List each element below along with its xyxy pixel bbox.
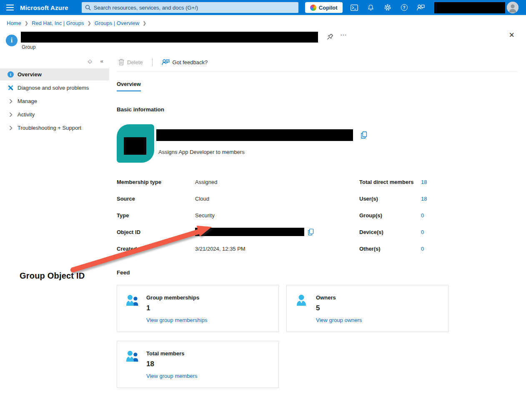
field-users: User(s) 18: [359, 190, 427, 207]
cloud-shell-icon[interactable]: [346, 0, 363, 15]
group-avatar-initials-redacted: [124, 137, 146, 155]
breadcrumb-groups-overview[interactable]: Groups | Overview: [95, 20, 139, 26]
feedback-icon[interactable]: [413, 0, 429, 15]
field-devices: Device(s) 0: [359, 224, 427, 240]
field-type: Type Security: [117, 207, 314, 224]
sidebar-resize-icon[interactable]: ◇: [88, 58, 92, 64]
notifications-bell-icon[interactable]: [363, 0, 379, 15]
breadcrumb-groups[interactable]: Red Hat, Inc | Groups: [32, 20, 84, 26]
blade-header: i Group … ×: [0, 29, 526, 55]
trash-icon: [118, 59, 124, 65]
group-memberships-card[interactable]: Group memberships 1 View group membershi…: [117, 285, 279, 332]
copilot-button[interactable]: Copilot: [305, 2, 343, 13]
breadcrumb: Home ❯ Red Hat, Inc | Groups ❯ Groups | …: [0, 15, 526, 29]
sidebar-item-diagnose[interactable]: Diagnose and solve problems: [0, 82, 109, 94]
search-icon: [85, 5, 91, 10]
azure-top-bar: Microsoft Azure Copilot ?: [0, 0, 526, 15]
object-id-redacted: [195, 228, 304, 236]
basic-information-title: Basic information: [117, 106, 518, 113]
breadcrumb-chevron-icon: ❯: [25, 20, 28, 26]
users-count-link[interactable]: 18: [421, 196, 427, 202]
command-bar-rule: [117, 71, 518, 72]
chevron-right-icon: [8, 126, 14, 131]
close-icon[interactable]: ×: [509, 30, 514, 40]
field-total-direct-members: Total direct members 18: [359, 174, 427, 190]
blade-subtitle: Group: [22, 44, 35, 50]
view-group-memberships-link[interactable]: View group memberships: [146, 317, 207, 323]
global-search-box[interactable]: [82, 2, 298, 13]
group-info-icon: i: [6, 35, 18, 46]
others-count-link[interactable]: 0: [421, 246, 424, 252]
search-input[interactable]: [94, 5, 295, 11]
people-two-icon: [125, 293, 139, 324]
group-description: Assigns App Developer to members: [158, 149, 367, 155]
total-members-card[interactable]: Total members 18 View group members: [117, 341, 279, 388]
toolbar-divider: [152, 58, 153, 66]
delete-button[interactable]: Delete: [117, 59, 145, 65]
total-direct-members-link[interactable]: 18: [421, 179, 427, 185]
command-bar: Delete Got feedback?: [117, 55, 518, 69]
field-object-id: Object ID: [117, 224, 314, 240]
breadcrumb-chevron-icon: ❯: [87, 20, 91, 26]
overview-content: Delete Got feedback? Overview Basic info…: [109, 55, 526, 388]
breadcrumb-chevron-icon: ❯: [143, 20, 146, 26]
tab-overview[interactable]: Overview: [117, 81, 141, 91]
groups-count-link[interactable]: 0: [421, 212, 424, 219]
sidebar-collapse-icon[interactable]: «: [100, 58, 103, 64]
copilot-logo-icon: [310, 5, 316, 11]
hamburger-menu-icon[interactable]: [0, 0, 20, 15]
field-membership-type: Membership type Assigned: [117, 174, 314, 190]
pin-icon[interactable]: [327, 33, 333, 42]
feed-cards: Group memberships 1 View group membershi…: [117, 285, 518, 388]
group-name-redacted: [21, 32, 318, 43]
feed-title: Feed: [117, 269, 518, 276]
more-options-icon[interactable]: …: [340, 30, 347, 37]
copy-icon[interactable]: [308, 229, 314, 236]
chevron-right-icon: [8, 99, 14, 104]
people-two-icon: [125, 349, 139, 380]
card-count: 5: [316, 304, 362, 312]
account-name-redacted[interactable]: [434, 2, 505, 13]
help-icon[interactable]: ?: [396, 0, 413, 15]
person-single-icon: [295, 293, 308, 324]
card-count: 1: [146, 304, 207, 312]
view-group-owners-link[interactable]: View group owners: [316, 317, 362, 323]
account-avatar[interactable]: [507, 2, 518, 13]
owners-card[interactable]: Owners 5 View group owners: [286, 285, 448, 332]
card-count: 18: [146, 360, 198, 368]
sidebar-item-troubleshooting[interactable]: Troubleshooting + Support: [0, 122, 109, 134]
group-display-name-redacted: [156, 129, 353, 141]
info-circle-icon: i: [8, 71, 14, 78]
blade-sidebar: ◇ « i Overview Diagnose and solve proble…: [0, 55, 109, 135]
breadcrumb-home[interactable]: Home: [7, 20, 21, 26]
field-others: Other(s) 0: [359, 240, 427, 257]
sidebar-item-activity[interactable]: Activity: [0, 108, 109, 121]
sidebar-item-manage[interactable]: Manage: [0, 95, 109, 107]
settings-gear-icon[interactable]: [379, 0, 396, 15]
chevron-right-icon: [8, 112, 14, 117]
basic-information-fields: Membership type Assigned Source Cloud Ty…: [117, 174, 518, 257]
copy-icon[interactable]: [361, 131, 367, 139]
sidebar-item-overview[interactable]: i Overview: [0, 68, 109, 80]
got-feedback-button[interactable]: Got feedback?: [160, 59, 210, 65]
field-created-on: Created on 3/21/2024, 12:35 PM: [117, 240, 314, 257]
field-groups: Group(s) 0: [359, 207, 427, 224]
field-source: Source Cloud: [117, 190, 314, 207]
group-avatar: [117, 124, 154, 163]
tools-icon: [8, 85, 14, 91]
view-group-members-link[interactable]: View group members: [146, 373, 198, 379]
azure-brand-title[interactable]: Microsoft Azure: [20, 4, 68, 11]
feedback-person-icon: [162, 59, 170, 65]
devices-count-link[interactable]: 0: [421, 229, 424, 235]
